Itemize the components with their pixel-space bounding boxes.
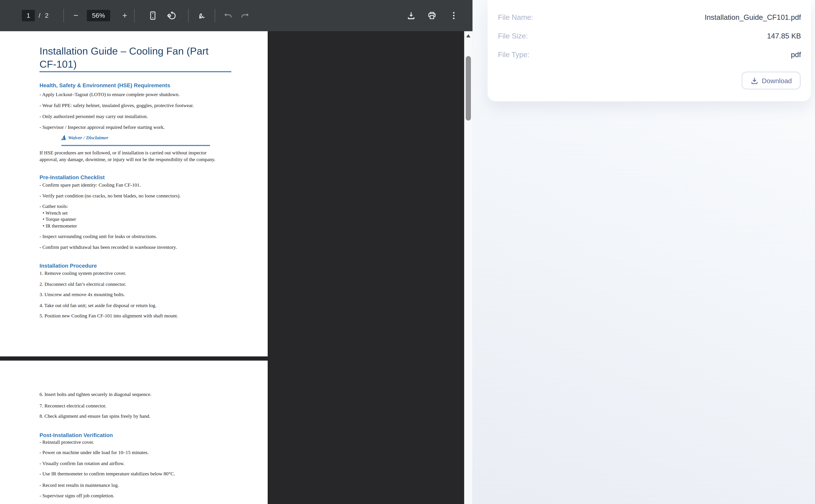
toolbar-separator	[188, 9, 189, 22]
verification-item: - Supervisor signs off job completion.	[39, 493, 114, 499]
fit-page-icon	[148, 11, 157, 20]
file-name-value: Installation_Guide_CF101.pdf	[705, 12, 801, 22]
procedure-step: 3. Unscrew and remove 4x mounting bolts.	[39, 292, 125, 298]
pdf-page-1: Installation Guide – Cooling Fan (Part C…	[0, 31, 268, 356]
hse-item: - Supervisor / Inspector approval requir…	[39, 125, 165, 130]
page-divider: /	[37, 10, 42, 21]
file-size-value: 147.85 KB	[767, 31, 801, 40]
scroll-up-arrow-icon[interactable]	[466, 34, 470, 37]
procedure-step: 4. Take out old fan unit; set aside for …	[39, 303, 156, 309]
verification-item: - Use IR thermometer to confirm temperat…	[39, 471, 175, 477]
download-icon	[406, 11, 416, 20]
checklist-heading: Pre-Installation Checklist	[39, 174, 105, 180]
hse-item: - Apply Lockout–Tagout (LOTO) to ensure …	[39, 92, 180, 98]
redo-icon	[241, 11, 250, 20]
file-type-value: pdf	[791, 50, 801, 59]
hse-item: - Wear full PPE: safety helmet, insulate…	[39, 103, 194, 109]
download-icon	[750, 77, 758, 84]
pdf-toolbar: 1 / 2 − 56% +	[0, 0, 473, 31]
page-number-input[interactable]: 1	[22, 10, 35, 21]
document-title-line-2: CF-101)	[39, 58, 77, 70]
checklist-item: - Inspect surrounding cooling unit for l…	[39, 234, 157, 239]
scrollbar[interactable]	[464, 31, 473, 504]
undo-button[interactable]	[221, 9, 234, 22]
waiver-paragraph-line: approval, any damage, downtime, or injur…	[39, 157, 215, 163]
procedure-heading: Installation Procedure	[39, 262, 97, 269]
procedure-step: 2. Disconnect old fan’s electrical conne…	[39, 282, 126, 287]
checklist-item: - Gather tools:	[39, 204, 68, 209]
verification-item: - Reinstall protective cover.	[39, 440, 94, 445]
redo-button[interactable]	[239, 9, 251, 22]
verification-heading: Post-Installation Verification	[39, 432, 113, 438]
procedure-step: 1. Remove cooling system protective cove…	[39, 271, 126, 276]
pen-squiggle-icon	[197, 11, 206, 20]
checklist-item: - Verify part condition (no cracks, no b…	[39, 193, 181, 199]
fit-page-button[interactable]	[146, 9, 159, 22]
hse-heading: Health, Safety & Environment (HSE) Requi…	[39, 82, 170, 88]
hse-item: - Only authorized personnel may carry ou…	[39, 114, 148, 119]
annotate-button[interactable]	[195, 9, 208, 22]
kebab-menu-icon	[449, 11, 459, 20]
content-background: File Name: Installation_Guide_CF101.pdf …	[473, 0, 815, 504]
verification-item: - Power on machine under idle load for 1…	[39, 450, 149, 456]
more-options-button[interactable]	[448, 9, 460, 22]
scrollbar-thumb[interactable]	[466, 56, 471, 121]
waiver-paragraph-line: If HSE procedures are not followed, or i…	[39, 150, 206, 156]
procedure-step: 6. Insert bolts and tighten securely in …	[39, 392, 151, 397]
file-type-label: File Type:	[498, 50, 530, 59]
toolbar-separator	[215, 9, 215, 22]
procedure-step: 5. Position new Cooling Fan CF-101 into …	[39, 313, 178, 319]
procedure-step: 8. Check alignment and ensure fan spins …	[39, 414, 150, 419]
page-total: 2	[44, 10, 50, 21]
rotate-icon	[167, 11, 176, 20]
procedure-step: 7. Reconnect electrical connector.	[39, 403, 106, 409]
pdf-page-2: 6. Insert bolts and tighten securely in …	[0, 361, 268, 504]
title-rule	[39, 71, 231, 72]
tool-item: • Torque spanner	[43, 217, 76, 222]
file-info-panel: File Name: Installation_Guide_CF101.pdf …	[488, 0, 811, 101]
waiver-heading: Waiver / Disclaimer	[68, 135, 108, 141]
zoom-level-input[interactable]: 56%	[87, 10, 110, 21]
zoom-out-button[interactable]: −	[70, 9, 82, 22]
toolbar-separator	[63, 9, 64, 22]
tool-item: • IR thermometer	[43, 223, 77, 229]
screen: 1 / 2 − 56% +	[0, 0, 815, 504]
checklist-item: - Confirm part withdrawal has been recor…	[39, 245, 177, 250]
toolbar-separator	[134, 9, 135, 22]
waiver-rule	[61, 145, 210, 146]
download-button-label: Download	[762, 77, 792, 84]
file-size-label: File Size:	[498, 31, 528, 40]
rotate-button[interactable]	[165, 9, 178, 22]
verification-item: - Record test results in maintenance log…	[39, 483, 119, 488]
warning-triangle-icon	[61, 135, 66, 140]
tool-item: • Wrench set	[43, 211, 68, 216]
download-file-button[interactable]: Download	[742, 72, 801, 89]
pdf-viewer: 1 / 2 − 56% +	[0, 0, 473, 504]
checklist-item: - Confirm spare part identity: Cooling F…	[39, 182, 141, 188]
verification-item: - Visually confirm fan rotation and airf…	[39, 461, 124, 467]
file-name-label: File Name:	[498, 12, 533, 22]
undo-icon	[223, 11, 232, 20]
download-document-button[interactable]	[405, 9, 418, 22]
print-button[interactable]	[426, 9, 438, 22]
print-icon	[427, 11, 437, 20]
zoom-in-button[interactable]: +	[119, 9, 131, 22]
document-title-line-1: Installation Guide – Cooling Fan (Part	[39, 45, 208, 57]
